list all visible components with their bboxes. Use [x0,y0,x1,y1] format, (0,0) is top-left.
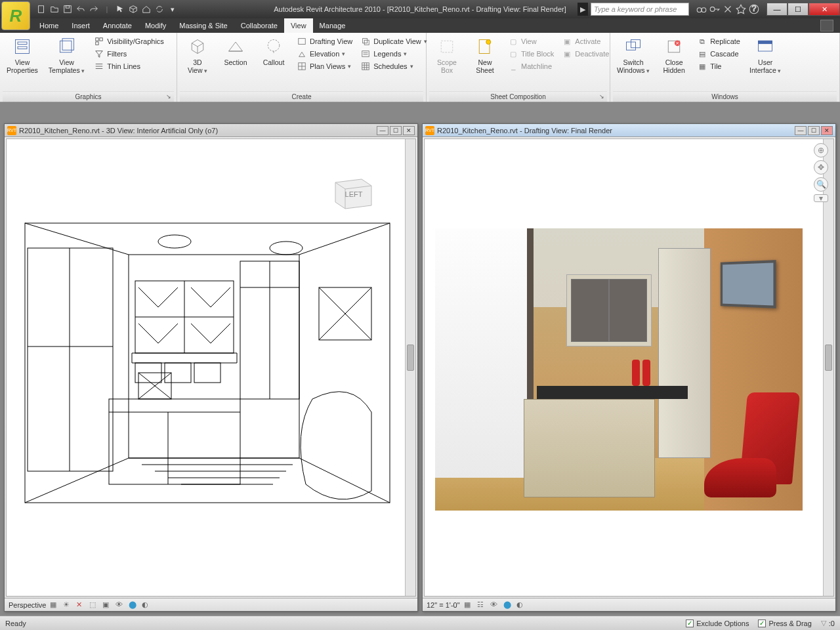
minimize-button[interactable]: — [766,3,788,16]
doc-minimize-button[interactable]: — [795,126,807,135]
3d-view-button[interactable]: 3D View [180,34,215,77]
cascade-button[interactable]: ▤Cascade [694,48,743,60]
deactivate-icon: ▣ [562,49,572,59]
thin-lines-icon [94,61,104,72]
tab-manage[interactable]: Manage [313,18,352,33]
star-icon[interactable] [735,3,747,15]
model-graphics-icon[interactable]: ▦ [464,600,473,610]
legends-button[interactable]: Legends [358,48,430,60]
view-scale-left[interactable]: Perspective [9,601,46,609]
tab-insert[interactable]: Insert [65,18,96,33]
panel-graphics-label[interactable]: Graphics [3,91,174,102]
doc-window-render: RVT R2010_Kitchen_Reno.rvt - Drafting Vi… [422,123,836,612]
duplicate-view-button[interactable]: Duplicate View [358,35,430,47]
doc-maximize-button[interactable]: ☐ [808,126,820,135]
tile-button[interactable]: ▦Tile [694,60,743,72]
panel-windows: Switch Windows Close Hidden ⧉Replicate ▤… [610,33,840,102]
reveal-icon[interactable]: ◐ [142,600,151,610]
visibility-graphics-button[interactable]: Visibility/Graphics [91,35,167,47]
view-cube[interactable]: LEFT [322,169,381,215]
hide-icon[interactable]: 👁 [116,600,125,610]
doc-maximize-button[interactable]: ☐ [390,126,402,135]
close-hidden-button[interactable]: Close Hidden [656,34,692,77]
view-templates-button[interactable]: View Templates [45,34,89,77]
view-properties-button[interactable]: View Properties [3,34,42,77]
temp-hide-icon[interactable]: ⬤ [503,600,513,610]
section-icon [226,37,245,56]
plan-views-button[interactable]: Plan Views [294,60,355,72]
filter-count: :0 [829,620,835,627]
cube-icon[interactable] [127,3,139,15]
crop-region-icon[interactable]: ▣ [102,600,112,610]
scrollbar-vertical[interactable] [823,139,833,596]
shadows-icon[interactable]: ✕ [76,600,85,610]
panel-sheet-label[interactable]: Sheet Composition [429,91,607,102]
search-input[interactable]: Type a keyword or phrase [591,3,689,16]
tab-massing[interactable]: Massing & Site [173,18,234,33]
doc-close-button[interactable]: ✕ [821,126,833,135]
svg-rect-14 [100,38,102,41]
tab-modify[interactable]: Modify [138,18,173,33]
hide-icon[interactable]: 👁 [490,600,499,610]
drafting-view-button[interactable]: Drafting View [294,35,355,47]
filters-button[interactable]: Filters [91,48,167,60]
model-graphics-icon[interactable]: ▦ [50,600,59,610]
house-icon[interactable] [140,3,152,15]
panel-windows-label: Windows [613,91,837,102]
rvt-icon: RVT [7,126,16,135]
user-interface-button[interactable]: User Interface [746,34,785,77]
undo-icon[interactable] [75,3,87,15]
section-button[interactable]: Section [218,34,253,69]
key-icon[interactable] [709,3,721,15]
doc-title-bar-left[interactable]: RVT R2010_Kitchen_Reno.rvt - 3D View: In… [5,124,417,137]
filter-status[interactable]: ▽:0 [821,619,835,627]
doc-title-bar-right[interactable]: RVT R2010_Kitchen_Reno.rvt - Drafting Vi… [423,124,835,137]
doc-minimize-button[interactable]: — [377,126,388,135]
qat-dropdown-icon[interactable]: ▾ [167,3,178,15]
crop-icon[interactable]: ⬚ [89,600,98,610]
schedules-button[interactable]: Schedules [358,60,430,72]
press-drag-checkbox[interactable]: ✓Press & Drag [758,620,811,627]
elevation-button[interactable]: Elevation [294,48,355,60]
switch-windows-button[interactable]: Switch Windows [613,34,654,77]
tab-collaborate[interactable]: Collaborate [234,18,284,33]
section-label: Section [224,58,247,66]
new-icon[interactable] [35,3,47,15]
sync-icon[interactable] [154,3,165,15]
svg-text:?: ? [752,4,757,13]
open-icon[interactable] [49,3,60,15]
app-menu-button[interactable]: R [1,1,30,30]
view-scale-right[interactable]: 12" = 1'-0" [427,601,460,609]
pointer-icon[interactable] [114,3,126,15]
doc-close-button[interactable]: ✕ [403,126,415,135]
callout-label: Callout [263,58,285,66]
new-sheet-button[interactable]: New Sheet [467,34,503,77]
doc-canvas-left[interactable]: LEFT [6,138,416,597]
doc-canvas-right[interactable]: ⊕ ✥ 🔍 ▾ [424,138,834,597]
search-arrow-icon[interactable]: ▶ [578,3,588,16]
detail-level-icon[interactable]: ☷ [477,600,486,610]
panel-create-label: Create [180,91,423,102]
replicate-button[interactable]: ⧉Replicate [694,35,743,47]
binoculars-icon[interactable] [696,3,707,15]
reveal-icon[interactable]: ◐ [516,600,526,610]
save-icon[interactable] [62,3,74,15]
temp-hide-icon[interactable]: ⬤ [129,600,138,610]
tab-view[interactable]: View [284,18,313,33]
sun-path-icon[interactable]: ☀ [63,600,72,610]
exclude-options-checkbox[interactable]: ✓Exclude Options [686,620,749,627]
title-bar: | ▾ Autodesk Revit Architecture 2010 - [… [0,0,840,18]
redo-icon[interactable] [88,3,100,15]
close-hidden-icon [664,37,684,56]
close-button[interactable]: ✕ [808,3,840,16]
scrollbar-vertical[interactable] [405,139,415,596]
thin-lines-button[interactable]: Thin Lines [91,60,167,72]
activate-icon: ▣ [562,36,572,47]
help-icon[interactable]: ? [748,3,760,15]
quickmenu-ext-icon[interactable] [820,20,833,32]
tab-home[interactable]: Home [33,18,65,33]
maximize-button[interactable]: ☐ [788,3,808,16]
comm-icon[interactable] [722,3,734,15]
tab-annotate[interactable]: Annotate [96,18,138,33]
callout-button[interactable]: Callout [256,34,291,69]
